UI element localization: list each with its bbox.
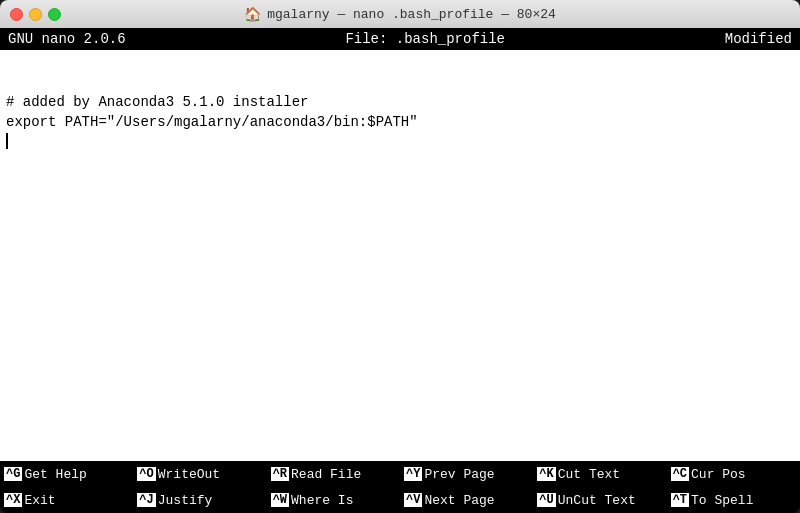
shortcut-key-next-page: ^V <box>404 493 422 507</box>
shortcut-key-prev-page: ^Y <box>404 467 422 481</box>
cursor <box>6 133 8 149</box>
shortcut-to-spell[interactable]: ^T To Spell <box>667 487 800 513</box>
shortcut-key-read-file: ^R <box>271 467 289 481</box>
shortcut-key-writeout: ^O <box>137 467 155 481</box>
shortcut-cut-text[interactable]: ^K Cut Text <box>533 461 666 487</box>
shortcut-key-cut-text: ^K <box>537 467 555 481</box>
shortcut-next-page[interactable]: ^V Next Page <box>400 487 533 513</box>
shortcut-label-to-spell: To Spell <box>691 493 753 508</box>
shortcut-key-get-help: ^G <box>4 467 22 481</box>
shortcut-key-exit: ^X <box>4 493 22 507</box>
nano-status-bar: GNU nano 2.0.6 File: .bash_profile Modif… <box>0 28 800 50</box>
shortcut-where-is[interactable]: ^W Where Is <box>267 487 400 513</box>
shortcut-key-to-spell: ^T <box>671 493 689 507</box>
home-icon: 🏠 <box>244 6 261 23</box>
shortcut-key-cur-pos: ^C <box>671 467 689 481</box>
shortcut-label-cur-pos: Cur Pos <box>691 467 746 482</box>
shortcut-label-where-is: Where Is <box>291 493 353 508</box>
maximize-button[interactable] <box>48 8 61 21</box>
editor-area[interactable]: # added by Anaconda3 5.1.0 installer exp… <box>0 50 800 461</box>
shortcut-uncut-text[interactable]: ^U UnCut Text <box>533 487 666 513</box>
shortcut-get-help[interactable]: ^G Get Help <box>0 461 133 487</box>
nano-filename: File: .bash_profile <box>345 31 505 47</box>
shortcut-label-get-help: Get Help <box>24 467 86 482</box>
minimize-button[interactable] <box>29 8 42 21</box>
nano-version: GNU nano 2.0.6 <box>8 31 126 47</box>
title-bar: 🏠 mgalarny — nano .bash_profile — 80×24 <box>0 0 800 28</box>
shortcut-label-writeout: WriteOut <box>158 467 220 482</box>
traffic-lights <box>10 8 61 21</box>
shortcut-label-exit: Exit <box>24 493 55 508</box>
shortcut-key-justify: ^J <box>137 493 155 507</box>
editor-line-4 <box>6 133 8 149</box>
shortcut-exit[interactable]: ^X Exit <box>0 487 133 513</box>
shortcut-writeout[interactable]: ^O WriteOut <box>133 461 266 487</box>
shortcuts-bar: ^G Get Help ^O WriteOut ^R Read File ^Y … <box>0 461 800 513</box>
shortcut-label-next-page: Next Page <box>424 493 494 508</box>
close-button[interactable] <box>10 8 23 21</box>
terminal-window: 🏠 mgalarny — nano .bash_profile — 80×24 … <box>0 0 800 513</box>
editor-line-3: export PATH="/Users/mgalarny/anaconda3/b… <box>6 114 418 130</box>
shortcut-justify[interactable]: ^J Justify <box>133 487 266 513</box>
shortcut-label-uncut-text: UnCut Text <box>558 493 636 508</box>
shortcut-read-file[interactable]: ^R Read File <box>267 461 400 487</box>
shortcut-key-where-is: ^W <box>271 493 289 507</box>
window-title: mgalarny — nano .bash_profile — 80×24 <box>267 7 556 22</box>
shortcut-label-read-file: Read File <box>291 467 361 482</box>
shortcut-label-cut-text: Cut Text <box>558 467 620 482</box>
nano-modified: Modified <box>725 31 792 47</box>
shortcut-key-uncut-text: ^U <box>537 493 555 507</box>
shortcut-prev-page[interactable]: ^Y Prev Page <box>400 461 533 487</box>
shortcut-cur-pos[interactable]: ^C Cur Pos <box>667 461 800 487</box>
shortcut-label-prev-page: Prev Page <box>424 467 494 482</box>
title-bar-text: 🏠 mgalarny — nano .bash_profile — 80×24 <box>244 6 556 23</box>
editor-line-2: # added by Anaconda3 5.1.0 installer <box>6 94 308 110</box>
shortcut-label-justify: Justify <box>158 493 213 508</box>
